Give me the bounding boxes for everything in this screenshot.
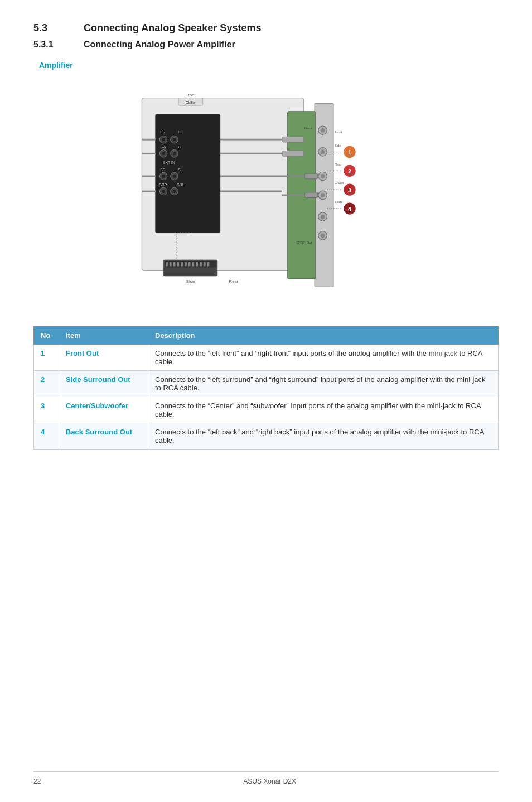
svg-point-51: [321, 193, 325, 197]
svg-point-43: [321, 128, 325, 133]
svg-point-7: [162, 138, 165, 141]
table-row: 1Front OutConnects to the “left front” a…: [34, 345, 499, 371]
table-row: 2Side Surround OutConnects to the “left …: [34, 371, 499, 397]
svg-rect-76: [282, 137, 304, 142]
row-item: Center/Subwoofer: [59, 397, 148, 423]
svg-rect-48: [305, 173, 318, 179]
svg-point-45: [321, 150, 325, 154]
row-item: Back Surround Out: [59, 423, 148, 450]
svg-rect-82: [173, 262, 176, 267]
svg-rect-80: [166, 262, 168, 267]
svg-text:SPDIF Out: SPDIF Out: [296, 241, 312, 244]
row-description: Connects to the “left front” and “right …: [148, 345, 499, 371]
svg-text:SL: SL: [178, 168, 183, 172]
table-row: 4Back Surround OutConnects to the “left …: [34, 423, 499, 450]
col-header-description: Description: [148, 327, 499, 345]
product-name: ASUS Xonar D2X: [243, 777, 296, 785]
section-number: 5.3: [33, 22, 67, 34]
svg-text:EXT IN: EXT IN: [163, 161, 175, 165]
svg-text:C: C: [178, 145, 181, 149]
amplifier-diagram: Front Cl/Sw FR FL SW C EXT IN SR SL SBR: [99, 81, 433, 304]
svg-text:SW: SW: [160, 145, 167, 149]
svg-rect-77: [282, 151, 304, 156]
svg-point-13: [162, 152, 165, 155]
subsection-title: Connecting Analog Power Amplifier: [84, 40, 235, 50]
svg-text:4: 4: [348, 206, 351, 212]
row-item: Side Surround Out: [59, 371, 148, 397]
subsection-heading: 5.3.1 Connecting Analog Power Amplifier: [33, 40, 499, 50]
svg-point-26: [162, 190, 165, 193]
svg-text:Side: Side: [186, 279, 195, 284]
subsection-number: 5.3.1: [33, 40, 67, 50]
info-table: No Item Description 1Front OutConnects t…: [33, 326, 499, 450]
section-heading: 5.3 Connecting Analog Speaker Systems: [33, 22, 499, 34]
svg-text:C/Sub: C/Sub: [335, 181, 344, 185]
svg-text:2: 2: [348, 168, 351, 175]
svg-text:Rear: Rear: [229, 279, 239, 284]
row-number: 3: [34, 397, 59, 423]
svg-text:Front: Front: [335, 131, 342, 134]
svg-rect-86: [188, 262, 191, 267]
col-header-no: No: [34, 327, 59, 345]
svg-rect-88: [196, 262, 198, 267]
svg-text:SBL: SBL: [177, 183, 184, 187]
svg-text:Back: Back: [335, 200, 342, 204]
svg-text:Front: Front: [304, 127, 312, 130]
svg-rect-90: [204, 262, 206, 267]
svg-text:1: 1: [348, 149, 351, 156]
svg-text:Cl/Sw: Cl/Sw: [186, 100, 196, 104]
svg-text:FR: FR: [160, 130, 165, 134]
page-number: 22: [33, 777, 41, 785]
svg-point-9: [173, 138, 176, 141]
row-description: Connects to the “Center” and “subwoofer”…: [148, 397, 499, 423]
svg-point-20: [162, 175, 165, 178]
svg-text:Side: Side: [335, 144, 341, 147]
diagram-container: Front Cl/Sw FR FL SW C EXT IN SR SL SBR: [33, 75, 499, 310]
svg-rect-91: [207, 262, 210, 267]
svg-point-47: [321, 174, 325, 178]
svg-rect-89: [200, 262, 202, 267]
svg-rect-87: [192, 262, 194, 267]
svg-point-57: [321, 234, 325, 238]
svg-text:FL: FL: [178, 130, 182, 134]
row-number: 1: [34, 345, 59, 371]
svg-point-55: [321, 215, 325, 219]
row-number: 4: [34, 423, 59, 450]
svg-text:Front: Front: [185, 93, 196, 98]
svg-rect-52: [305, 192, 318, 198]
svg-text:SBR: SBR: [159, 183, 167, 187]
row-description: Connects to the “left back” and “right b…: [148, 423, 499, 450]
svg-rect-81: [170, 262, 172, 267]
col-header-item: Item: [59, 327, 148, 345]
row-description: Connects to the “left surround” and “rig…: [148, 371, 499, 397]
section-title: Connecting Analog Speaker Systems: [84, 22, 261, 34]
table-row: 3Center/SubwooferConnects to the “Center…: [34, 397, 499, 423]
svg-rect-84: [181, 262, 183, 267]
row-number: 2: [34, 371, 59, 397]
svg-rect-83: [177, 262, 179, 267]
svg-text:3: 3: [348, 187, 351, 194]
svg-point-22: [173, 175, 176, 178]
row-item: Front Out: [59, 345, 148, 371]
page-footer: 22 ASUS Xonar D2X: [33, 771, 499, 785]
svg-point-15: [173, 152, 176, 155]
svg-rect-85: [185, 262, 187, 267]
svg-text:Rear: Rear: [335, 163, 342, 166]
amplifier-label: Amplifier: [39, 61, 499, 70]
svg-text:SR: SR: [160, 168, 166, 172]
svg-point-28: [173, 190, 176, 193]
